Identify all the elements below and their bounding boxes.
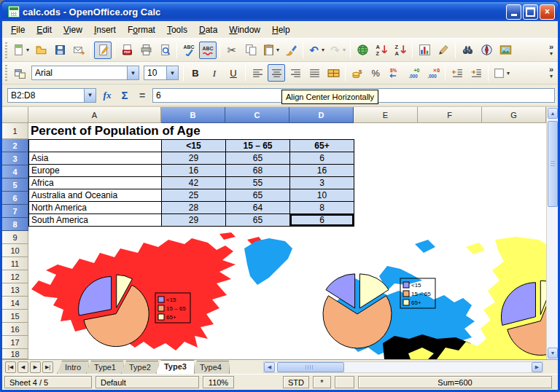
select-all-corner[interactable]	[2, 107, 28, 123]
horizontal-scrollbar[interactable]: ◀ ▶	[263, 361, 543, 373]
cell-region[interactable]: South America	[29, 214, 162, 227]
undo-button[interactable]: ↶▾	[306, 42, 326, 59]
cell-region[interactable]: Europe	[29, 165, 162, 177]
menu-insert[interactable]: Insert	[88, 23, 122, 37]
cell-region[interactable]: North America	[29, 202, 162, 214]
previous-sheet-button[interactable]: ◀	[18, 361, 28, 373]
chevron-down-icon[interactable]: ▼	[84, 89, 96, 102]
delete-decimal-button[interactable]: ✕0.000	[424, 64, 442, 82]
cell-value[interactable]: 16	[162, 165, 226, 177]
align-left-button[interactable]	[249, 64, 266, 82]
cell-value[interactable]: 42	[162, 177, 226, 189]
redo-button[interactable]: ↷▾	[327, 42, 347, 59]
row-header-6[interactable]: 6	[2, 192, 28, 205]
row-header-12[interactable]: 12	[2, 270, 28, 283]
row-header-5[interactable]: 5	[2, 179, 28, 192]
underline-button[interactable]: U	[225, 64, 242, 82]
status-selection-mode[interactable]: STD	[283, 376, 309, 388]
status-zoom[interactable]: 110%	[203, 376, 234, 388]
align-center-button[interactable]	[268, 64, 285, 82]
row-header-17[interactable]: 17	[2, 336, 28, 349]
chevron-down-icon[interactable]: ▾	[343, 47, 346, 53]
title-cell[interactable]: Percent of Population of Age	[31, 124, 201, 138]
cell-value[interactable]: 65	[226, 214, 290, 227]
font-name-combo[interactable]: Arial ▼	[31, 66, 139, 80]
chevron-down-icon[interactable]: ▾	[507, 70, 510, 77]
row-header-10[interactable]: 10	[2, 244, 28, 257]
bold-button[interactable]: B	[187, 64, 204, 82]
menu-format[interactable]: Format	[122, 23, 161, 37]
cell-value[interactable]: 65	[226, 189, 290, 202]
sort-ascending-button[interactable]: AZ	[373, 42, 390, 59]
sort-descending-button[interactable]: ZA	[392, 42, 409, 59]
sheet-tab-type2[interactable]: Type2	[121, 361, 159, 374]
sum-button[interactable]: Σ	[116, 87, 133, 103]
increase-indent-button[interactable]	[467, 64, 485, 82]
auto-spellcheck-button[interactable]: ABC	[199, 42, 217, 59]
menu-edit[interactable]: Edit	[31, 23, 58, 37]
cell-value[interactable]: 8	[290, 202, 354, 214]
show-draw-functions-button[interactable]	[435, 42, 452, 59]
cell-value[interactable]: 68	[226, 165, 290, 177]
cell-value[interactable]: 65	[226, 152, 290, 165]
row-header-18[interactable]: 18	[2, 349, 28, 359]
hyperlink-button[interactable]	[354, 42, 371, 59]
sheet-tab-type4[interactable]: Type4	[192, 361, 230, 374]
add-decimal-button[interactable]: +0.000	[405, 64, 423, 82]
column-header-C[interactable]: C	[225, 107, 289, 123]
export-pdf-button[interactable]: PDF	[118, 42, 136, 59]
percent-button[interactable]: %	[368, 64, 385, 82]
merge-cells-button[interactable]	[324, 64, 342, 82]
gallery-button[interactable]	[497, 42, 514, 59]
format-paintbrush-button[interactable]	[282, 42, 300, 59]
function-wizard-button[interactable]: fx	[98, 87, 116, 103]
scroll-right-button[interactable]: ▶	[532, 362, 542, 372]
row-header-14[interactable]: 14	[2, 297, 28, 310]
maximize-button[interactable]	[523, 4, 538, 20]
vertical-scrollbar[interactable]: ▲ ▼	[546, 107, 558, 359]
menu-view[interactable]: View	[58, 23, 88, 37]
sheet-tab-type3[interactable]: Type3	[156, 360, 195, 374]
cell-value[interactable]: 10	[290, 189, 354, 202]
paste-button[interactable]: ▾	[261, 42, 281, 59]
row-header-2[interactable]: 2	[2, 139, 28, 152]
last-sheet-button[interactable]: ▶|	[42, 361, 53, 373]
navigator-button[interactable]	[478, 42, 495, 59]
cell-value[interactable]: 16	[290, 165, 354, 177]
cell-value[interactable]: 25	[162, 189, 226, 202]
cell-value[interactable]: 6	[290, 214, 354, 227]
sheet-tab-intro[interactable]: Intro	[57, 361, 89, 374]
vertical-scroll-thumb[interactable]	[548, 121, 558, 207]
cell-A2[interactable]	[29, 140, 162, 152]
menu-data[interactable]: Data	[193, 23, 223, 37]
cell-value[interactable]: 29	[162, 152, 226, 165]
toolbar-grip[interactable]	[5, 42, 7, 58]
row-header-13[interactable]: 13	[2, 283, 28, 297]
chevron-down-icon[interactable]: ▼	[166, 66, 178, 79]
cell-value[interactable]: 55	[226, 177, 290, 189]
menu-window[interactable]: Window	[223, 23, 266, 37]
header-cell[interactable]: <15	[162, 140, 226, 152]
font-size-combo[interactable]: 10 ▼	[144, 66, 179, 80]
edit-file-button[interactable]	[94, 42, 112, 59]
insert-chart-button[interactable]	[416, 42, 433, 59]
header-cell[interactable]: 15 – 65	[226, 140, 290, 152]
menu-file[interactable]: File	[5, 23, 31, 37]
row-header-1[interactable]: 1	[2, 123, 28, 139]
cell-region[interactable]: Australia and Oceania	[29, 189, 162, 202]
align-justify-button[interactable]	[306, 64, 323, 82]
title-bar[interactable]: calc.ods - OpenOffice.org Calc ×	[2, 2, 558, 21]
cell-value[interactable]: 3	[290, 177, 354, 189]
align-right-button[interactable]	[287, 64, 304, 82]
toolbar-overflow-button[interactable]: »▾	[546, 63, 556, 82]
row-header-16[interactable]: 16	[2, 323, 28, 336]
menu-tools[interactable]: Tools	[161, 23, 193, 37]
name-box[interactable]: B2:D8 ▼	[7, 88, 96, 103]
cell-value[interactable]: 29	[162, 214, 226, 227]
world-map-drawing[interactable]: <1515 – 6565+<1515 – 6565+	[28, 232, 546, 359]
row-header-15[interactable]: 15	[2, 310, 28, 323]
function-button[interactable]: =	[133, 87, 151, 103]
standard-format-button[interactable]: $%	[386, 64, 404, 82]
column-header-B[interactable]: B	[161, 107, 225, 123]
first-sheet-button[interactable]: |◀	[5, 361, 16, 373]
